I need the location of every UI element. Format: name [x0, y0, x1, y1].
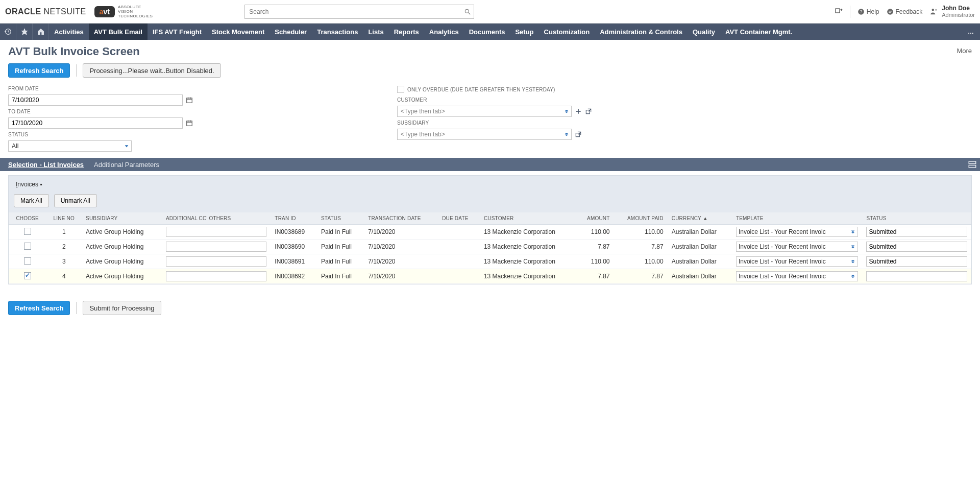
plus-icon[interactable] — [575, 108, 582, 115]
customer-select[interactable]: <Type then tab> — [397, 106, 572, 117]
nav-overflow[interactable]: … — [962, 23, 980, 40]
row-checkbox[interactable] — [24, 228, 31, 235]
help-link[interactable]: ? Help — [857, 8, 879, 15]
invoice-table: CHOOSELINE NOSUBSIDIARYADDITIONAL CC' OT… — [9, 212, 971, 284]
table-row: 4Active Group HoldingIN0038692Paid In Fu… — [9, 269, 971, 284]
popup-icon[interactable] — [585, 108, 592, 115]
col-header[interactable]: STATUS — [317, 212, 364, 225]
overdue-check-row[interactable]: ONLY OVERDUE (DUE DATE GREATER THEN YEST… — [397, 86, 592, 93]
mark-all-button[interactable]: Mark All — [14, 194, 49, 207]
nav-item-lists[interactable]: Lists — [363, 23, 388, 40]
nav-item-reports[interactable]: Reports — [389, 23, 424, 40]
cell-rstatus-input[interactable] — [866, 227, 967, 237]
col-header[interactable]: AMOUNT — [576, 212, 614, 225]
row-checkbox[interactable] — [24, 272, 31, 279]
cell-currency: Australian Dollar — [668, 225, 732, 240]
nav-item-ifs-avt-freight[interactable]: IFS AVT Freight — [148, 23, 207, 40]
calendar-icon[interactable] — [186, 97, 193, 104]
submit-processing-button[interactable]: Submit for Processing — [83, 301, 161, 315]
cell-cc-input[interactable] — [166, 227, 266, 237]
col-header[interactable]: TEMPLATE — [732, 212, 863, 225]
nav-item-stock-movement[interactable]: Stock Movement — [207, 23, 270, 40]
col-header[interactable]: CHOOSE — [9, 212, 46, 225]
nav-home-icon[interactable] — [33, 23, 49, 40]
subsidiary-select[interactable]: <Type then tab> — [397, 129, 572, 140]
processing-button[interactable]: Processing...Please wait..Button Disable… — [83, 63, 220, 78]
popup-icon[interactable] — [575, 131, 582, 138]
cell-due — [438, 225, 480, 240]
cell-txdate: 7/10/2020 — [364, 225, 438, 240]
search-icon[interactable] — [464, 8, 471, 15]
to-date-input[interactable] — [8, 117, 183, 129]
nav-recent-icon[interactable] — [0, 23, 16, 40]
nav-item-setup[interactable]: Setup — [510, 23, 538, 40]
cell-cc-input[interactable] — [166, 242, 266, 252]
subtab-selection[interactable]: Selection - List Invoices — [8, 161, 84, 169]
svg-point-10 — [932, 9, 935, 11]
col-header[interactable]: ADDITIONAL CC' OTHERS — [162, 212, 271, 225]
filter-area: FROM DATE TO DATE STATUS All ONLY OVERDU… — [0, 81, 980, 158]
cell-template-select[interactable]: Invoice List - Your Recent Invoic — [736, 271, 859, 281]
nav-item-avt-container-mgmt-[interactable]: AVT Container Mgmt. — [720, 23, 797, 40]
cell-currency: Australian Dollar — [668, 269, 732, 284]
status-select[interactable]: All — [8, 140, 132, 152]
layout-icon[interactable] — [968, 160, 977, 169]
cell-cc-input[interactable] — [166, 256, 266, 267]
col-header[interactable]: SUBSIDIARY — [82, 212, 162, 225]
cell-status: Paid In Full — [317, 269, 364, 284]
sublist-tab-invoices[interactable]: Invoices ▪ — [14, 179, 44, 191]
unmark-all-button[interactable]: Unmark All — [54, 194, 97, 207]
search-input[interactable] — [244, 5, 474, 19]
cell-cc-input[interactable] — [166, 271, 266, 281]
cell-template-select[interactable]: Invoice List - Your Recent Invoic — [736, 256, 859, 267]
user-menu[interactable]: John Doe Administrator — [929, 5, 975, 18]
svg-marker-41 — [851, 275, 855, 277]
cell-line: 3 — [46, 254, 82, 269]
nav-item-activities[interactable]: Activities — [49, 23, 89, 40]
svg-text:?: ? — [860, 9, 863, 14]
col-header[interactable]: CURRENCY ▲ — [668, 212, 732, 225]
col-header[interactable]: CUSTOMER — [480, 212, 576, 225]
cell-customer: 13 Mackenzie Corporation — [480, 240, 576, 254]
more-link[interactable]: More — [957, 47, 972, 55]
nav-star-icon[interactable] — [16, 23, 33, 40]
svg-rect-8 — [889, 11, 892, 11]
create-new-icon[interactable] — [835, 8, 843, 16]
table-row: 1Active Group HoldingIN0038689Paid In Fu… — [9, 225, 971, 240]
overdue-checkbox[interactable] — [397, 86, 404, 93]
col-header[interactable]: DUE DATE — [438, 212, 480, 225]
nav-item-administration-controls[interactable]: Administration & Controls — [595, 23, 688, 40]
from-date-input[interactable] — [8, 94, 183, 106]
cell-rstatus-input[interactable] — [866, 242, 967, 252]
cell-amount: 7.87 — [576, 269, 614, 284]
col-header[interactable]: TRAN ID — [271, 212, 317, 225]
nav-item-documents[interactable]: Documents — [464, 23, 510, 40]
cell-subsidiary: Active Group Holding — [82, 240, 162, 254]
col-header[interactable]: AMOUNT PAID — [614, 212, 668, 225]
refresh-search-button[interactable]: Refresh Search — [8, 63, 70, 78]
cell-template-select[interactable]: Invoice List - Your Recent Invoic — [736, 227, 859, 237]
nav-item-quality[interactable]: Quality — [688, 23, 720, 40]
nav-item-transactions[interactable]: Transactions — [312, 23, 363, 40]
col-header[interactable]: STATUS — [862, 212, 971, 225]
refresh-search-button-footer[interactable]: Refresh Search — [8, 301, 70, 315]
button-row: Refresh Search Processing...Please wait.… — [8, 63, 972, 78]
nav-item-avt-bulk-email[interactable]: AVT Bulk Email — [89, 23, 148, 40]
col-header[interactable]: TRANSACTION DATE — [364, 212, 438, 225]
nav-item-scheduler[interactable]: Scheduler — [270, 23, 312, 40]
nav-item-analytics[interactable]: Analytics — [424, 23, 464, 40]
calendar-icon[interactable] — [186, 119, 193, 127]
overdue-label: ONLY OVERDUE (DUE DATE GREATER THEN YEST… — [407, 87, 555, 92]
subtab-additional[interactable]: Additional Parameters — [94, 161, 159, 169]
cell-rstatus-input[interactable] — [866, 271, 967, 281]
cell-rstatus-input[interactable] — [866, 256, 967, 267]
row-checkbox[interactable] — [24, 257, 31, 265]
svg-rect-2 — [836, 9, 840, 13]
cell-template-select[interactable]: Invoice List - Your Recent Invoic — [736, 242, 859, 252]
table-row: 3Active Group HoldingIN0038691Paid In Fu… — [9, 254, 971, 269]
subsidiary-label: SUBSIDIARY — [397, 120, 592, 126]
feedback-link[interactable]: Feedback — [887, 8, 923, 15]
row-checkbox[interactable] — [24, 243, 31, 250]
nav-item-customization[interactable]: Customization — [539, 23, 595, 40]
col-header[interactable]: LINE NO — [46, 212, 82, 225]
